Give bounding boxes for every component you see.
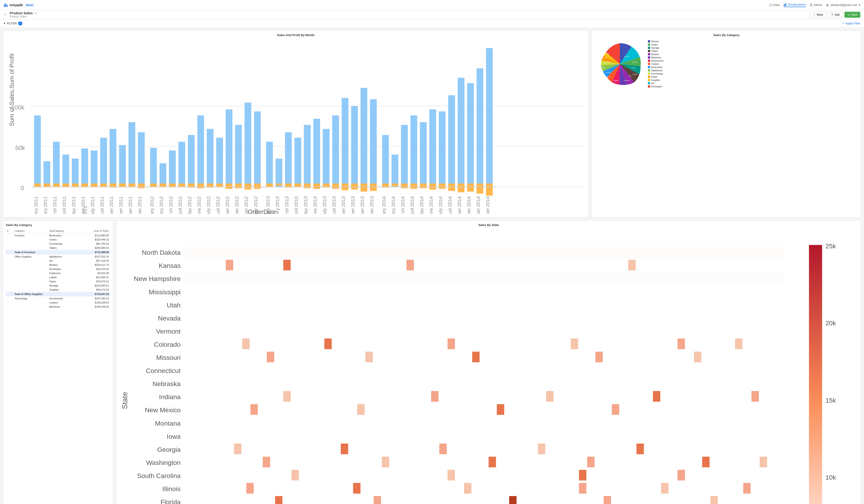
edit-icon[interactable]: ✏ [35,12,37,15]
svg-rect-245 [661,483,668,493]
svg-text:October 2011: October 2011 [118,196,123,214]
row-sales: $719,047.03 [79,292,110,296]
svg-rect-207 [324,339,332,349]
svg-text:July 2011: July 2011 [90,196,95,214]
svg-rect-28 [100,184,107,187]
row-sales: $203,412.73 [79,263,110,267]
svg-text:Nebraska: Nebraska [152,380,180,388]
back-button[interactable]: ← [4,12,8,17]
svg-rect-18 [53,184,60,187]
svg-rect-36 [138,184,145,188]
save-button[interactable]: Save [844,12,860,18]
svg-rect-205 [628,260,636,270]
apply-filter-button[interactable]: ✓ Apply Filter [842,22,860,25]
user-email: sthalluri@gmail.com [830,3,857,7]
svg-rect-86 [382,135,389,187]
row-num [6,279,13,283]
bar-chart-card: Sales And Proift By Month Sum of Sales,S… [3,30,589,218]
row-category [13,263,48,267]
svg-rect-41 [178,142,185,187]
nav-vis-label: Visualizations [788,3,806,6]
svg-text:3.99%: 3.99% [601,67,605,69]
heatmap-title: Sales By State [119,223,858,227]
row-num [6,267,13,271]
svg-rect-20 [62,184,69,187]
row-subcategory: Storage [48,283,79,288]
svg-rect-97 [486,48,493,187]
nav-user[interactable]: sthalluri@gmail.com ▾ [826,3,860,7]
svg-text:February 2014: February 2014 [391,196,396,214]
row-sales: $189,238.63 [79,305,110,309]
more-button[interactable]: ⋮ More [810,12,826,18]
svg-text:Vermont: Vermont [156,328,180,335]
nav-data-label: Data [773,3,780,7]
user-dropdown-icon[interactable]: ▾ [859,3,860,7]
chairs-color [648,44,650,46]
binders-color [648,53,650,56]
svg-text:50k: 50k [15,144,25,151]
more-dots-icon: ⋮ [813,13,816,16]
svg-rect-237 [291,470,299,480]
svg-text:September 2013: September 2013 [341,196,346,214]
svg-text:May 2012: May 2012 [187,196,192,214]
svg-text:Florida: Florida [160,498,180,504]
svg-rect-45 [216,138,223,187]
heatmap-container: State North Dakota Kansas New Hampshire … [119,229,858,504]
svg-rect-55 [197,184,204,188]
svg-text:July 2012: July 2012 [206,196,211,214]
svg-text:8.85%: 8.85% [613,79,619,82]
top-nav: InAppBI Demo Data Visualizations Admin s… [0,0,864,10]
table-row: Tables $206,965.53 [6,246,110,250]
svg-rect-5 [785,3,786,6]
legend-accessories: Accessories [648,60,666,62]
svg-rect-42 [188,135,194,187]
svg-text:9.01%: 9.01% [606,72,611,74]
nav-data[interactable]: Data [769,3,780,7]
col-subcategory: SubCategory [48,229,79,233]
row-category: Office Supplies [13,255,48,259]
svg-text:December 2011: December 2011 [137,196,142,214]
svg-text:Montana: Montana [155,419,181,427]
svg-rect-91 [429,109,436,187]
accessories-label: Accessories [651,60,663,62]
main-content: Sales And Proift By Month Sum of Sales,S… [0,28,864,504]
svg-text:10k: 10k [825,474,836,481]
svg-rect-25 [91,150,97,187]
row-category: Technology [13,296,48,300]
svg-text:25k: 25k [825,242,836,250]
svg-text:Kansas: Kansas [159,262,180,269]
row-subcategory: Furnishings [48,242,79,246]
profit-bar [34,184,41,187]
logo-area: InAppBI Demo [4,3,35,7]
svg-rect-242 [353,483,360,493]
table-row: Art $27,118.79 [6,259,110,263]
add-button[interactable]: Add [828,12,842,18]
row-category [13,267,48,271]
nav-visualizations[interactable]: Visualizations [783,3,806,7]
svg-rect-106 [458,184,465,192]
logo-icon [4,3,8,7]
row-total-label: Total of Office Supplies [13,292,79,296]
svg-text:4.68%: 4.68% [605,76,610,78]
nav-admin[interactable]: Admin [809,3,822,7]
svg-rect-220 [653,391,660,402]
svg-text:Connecticut: Connecticut [146,367,181,374]
pie-chart-title: Sales By Category [595,33,858,37]
svg-rect-217 [283,391,291,402]
svg-rect-72 [361,88,367,187]
filter-label: FILTER [7,22,17,25]
breadcrumb-actions: ⋮ More Add Save [810,12,860,18]
svg-rect-48 [244,102,251,187]
svg-text:14.3%: 14.3% [632,61,637,63]
svg-text:5%: 5% [629,75,631,77]
svg-text:New Hampshire: New Hampshire [134,275,181,282]
svg-text:April 2013: April 2013 [293,196,299,214]
filter-toggle[interactable]: ▾ FILTER 1 [4,21,22,25]
admin-icon [809,3,813,7]
svg-text:March 2014: March 2014 [400,196,405,214]
accessories-color [648,60,650,62]
row-num [6,259,13,263]
legend-bookcases: Bookcases [648,66,666,69]
svg-rect-0 [4,4,5,7]
row-sales: $46,673.54 [79,288,110,292]
